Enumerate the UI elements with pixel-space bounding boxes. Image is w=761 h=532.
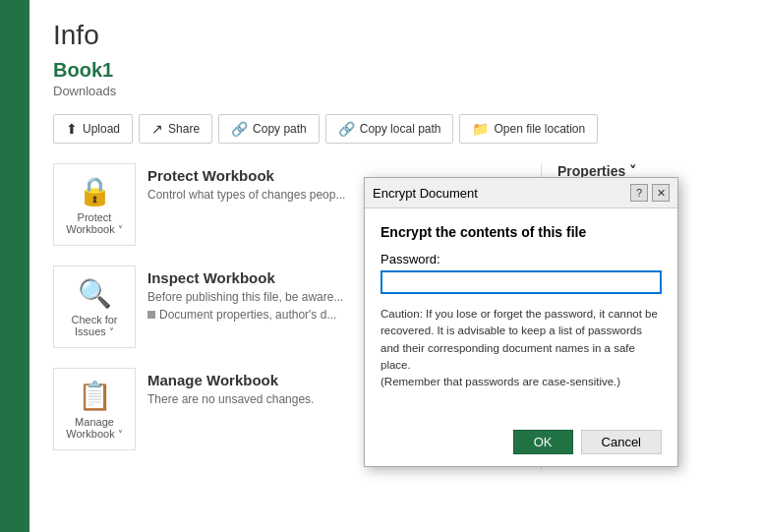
inspect-icon: 🔍: [78, 277, 112, 310]
encrypt-modal: Encrypt Document ? ✕ Encrypt the content…: [364, 177, 678, 467]
bullet-icon: [147, 311, 155, 319]
protect-content: Protect Workbook Control what types of c…: [147, 163, 345, 202]
content-area: Info Book1 Downloads ⬆ Upload ↗ Share 🔗 …: [29, 0, 761, 532]
inspect-desc: Before publishing this file, be aware...: [147, 290, 343, 304]
modal-body: Encrypt the contents of this file Passwo…: [365, 208, 677, 422]
inspect-title: Inspect Workbook: [147, 269, 343, 286]
copy-path-icon: 🔗: [231, 121, 248, 137]
file-location: Downloads: [53, 84, 737, 98]
ok-button[interactable]: OK: [513, 430, 573, 454]
manage-title: Manage Workbook: [147, 372, 314, 388]
protect-icon-box[interactable]: 🔒 ProtectWorkbook ˅: [53, 163, 136, 246]
upload-label: Upload: [83, 122, 120, 136]
manage-icon: 📋: [78, 380, 112, 412]
inspect-content: Inspect Workbook Before publishing this …: [147, 266, 343, 322]
open-file-location-button[interactable]: 📁 Open file location: [459, 114, 598, 144]
copy-path-button[interactable]: 🔗 Copy path: [218, 114, 320, 144]
modal-close-button[interactable]: ✕: [652, 184, 670, 202]
left-sidebar: [0, 0, 29, 532]
modal-warning: Caution: If you lose or forget the passw…: [380, 306, 662, 390]
toolbar: ⬆ Upload ↗ Share 🔗 Copy path 🔗 Copy loca…: [53, 114, 737, 144]
password-label: Password:: [380, 252, 662, 266]
manage-desc: There are no unsaved changes.: [147, 392, 314, 406]
copy-local-path-button[interactable]: 🔗 Copy local path: [325, 114, 454, 144]
inspect-sub-text: Document properties, author's d...: [159, 308, 336, 322]
page-title: Info: [53, 20, 737, 51]
share-icon: ↗: [151, 121, 163, 137]
share-button[interactable]: ↗ Share: [139, 114, 212, 144]
protect-desc: Control what types of changes peop...: [147, 188, 345, 202]
upload-button[interactable]: ⬆ Upload: [53, 114, 133, 144]
modal-titlebar: Encrypt Document ? ✕: [365, 178, 677, 208]
modal-help-button[interactable]: ?: [630, 184, 648, 202]
modal-footer: OK Cancel: [365, 422, 677, 466]
protect-title: Protect Workbook: [147, 167, 345, 184]
upload-icon: ⬆: [66, 121, 78, 137]
lock-icon: 🔒: [78, 175, 112, 207]
copy-path-label: Copy path: [253, 122, 307, 136]
inspect-icon-label: Check forIssues ˅: [71, 314, 117, 337]
share-label: Share: [168, 122, 200, 136]
copy-local-label: Copy local path: [360, 122, 441, 136]
password-input[interactable]: [380, 270, 662, 294]
modal-controls: ? ✕: [630, 184, 670, 202]
cancel-button[interactable]: Cancel: [581, 430, 662, 454]
manage-content: Manage Workbook There are no unsaved cha…: [147, 368, 314, 406]
inspect-icon-box[interactable]: 🔍 Check forIssues ˅: [53, 266, 136, 348]
open-file-label: Open file location: [494, 122, 585, 136]
manage-icon-label: ManageWorkbook ˅: [66, 416, 122, 440]
modal-title: Encrypt Document: [373, 186, 478, 201]
modal-heading: Encrypt the contents of this file: [380, 224, 662, 240]
main-container: Info Book1 Downloads ⬆ Upload ↗ Share 🔗 …: [0, 0, 761, 532]
copy-local-icon: 🔗: [338, 121, 355, 137]
inspect-sub: Document properties, author's d...: [147, 308, 343, 322]
file-name: Book1: [53, 59, 737, 82]
manage-icon-box[interactable]: 📋 ManageWorkbook ˅: [53, 368, 136, 450]
protect-icon-label: ProtectWorkbook ˅: [66, 211, 122, 235]
folder-icon: 📁: [472, 121, 489, 137]
